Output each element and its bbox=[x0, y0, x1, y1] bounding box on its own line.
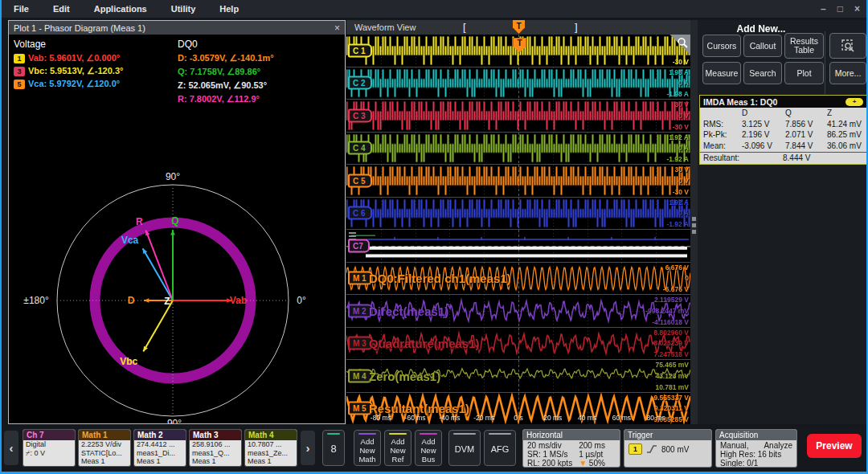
results-table-button[interactable]: Results Table bbox=[784, 33, 824, 59]
add-new-math-button[interactable]: Add New Math bbox=[354, 430, 381, 466]
afg-button[interactable]: AFG bbox=[484, 430, 516, 466]
splitter-handle-icon[interactable] bbox=[692, 217, 696, 234]
badges-scroll-right-button[interactable]: › bbox=[301, 431, 315, 465]
m5-expression-label: Resultant(meas1) bbox=[369, 402, 469, 415]
voltage-header: Voltage bbox=[14, 39, 178, 50]
bottom-settings-bar: ‹ Ch 7 Digital ⌿: 0 V Math 1 2.2253 V/di… bbox=[2, 426, 866, 470]
minimize-icon[interactable]: – bbox=[821, 3, 826, 14]
channel-tag-c4[interactable]: C 4 bbox=[348, 141, 372, 155]
rising-edge-icon bbox=[646, 444, 657, 454]
callout-button[interactable]: Callout bbox=[743, 35, 782, 57]
readout-vca: 5 Vca: 5.9792V, ∠120.0° bbox=[14, 79, 178, 89]
channel-badge-ch7[interactable]: Ch 7 Digital ⌿: 0 V bbox=[23, 429, 76, 467]
svg-text:Z: Z bbox=[164, 296, 170, 307]
svg-text:Q: Q bbox=[171, 215, 178, 227]
waveform-c5 bbox=[346, 165, 690, 197]
svg-text:R: R bbox=[136, 216, 143, 227]
imda-title-bar: IMDA Meas 1: DQ0 + bbox=[700, 96, 866, 108]
channel-badge-math1[interactable]: Math 1 2.2253 V/div STATIC[Lo... Meas 1 bbox=[78, 429, 131, 467]
waveform-view-panel: Waveform View [ ] T C 1 -30 V T C 2 1.98… bbox=[346, 20, 690, 424]
waveform-view-header[interactable]: Waveform View [ ] T bbox=[346, 20, 690, 35]
channel-tag-c3[interactable]: C 3 bbox=[348, 108, 372, 122]
waveform-c7-digital bbox=[346, 230, 690, 262]
zoom-select-button[interactable] bbox=[829, 33, 866, 59]
waveform-row-c1[interactable]: C 1 -30 V T bbox=[346, 35, 690, 67]
phasor-readouts: Voltage 1 Vab: 5.9601V, ∠0.000° 3 Vbc: 5… bbox=[14, 39, 342, 108]
more-button[interactable]: More... bbox=[829, 62, 866, 84]
readout-vab: 1 Vab: 5.9601V, ∠0.000° bbox=[14, 53, 178, 63]
waveform-row-m3[interactable]: M 3 Quadrature(meas1) 8.802960 V 8.02523… bbox=[346, 328, 690, 361]
channel-badge-math4[interactable]: Math 4 10.7807 ... meas1_Ze... Meas 1 bbox=[244, 429, 297, 467]
preview-button[interactable]: Preview bbox=[807, 434, 862, 458]
plot-close-icon[interactable]: × bbox=[334, 22, 340, 34]
plot-title-bar[interactable]: Plot 1 - Phasor Diagram (Meas 1) × bbox=[9, 21, 345, 35]
svg-text:Vab: Vab bbox=[230, 295, 247, 306]
trigger-badge[interactable]: Trigger 1 800 mV bbox=[624, 429, 712, 468]
readout-z: Z: 52.065mV, ∠90.53° bbox=[178, 80, 342, 91]
waveform-row-c3[interactable]: C 3 30 V 0 V -30 V bbox=[346, 100, 690, 133]
panel-splitter[interactable] bbox=[690, 20, 698, 424]
channel-8-button[interactable]: 8 bbox=[322, 430, 345, 466]
svg-text:90°: 90° bbox=[166, 171, 180, 182]
search-button[interactable]: Search bbox=[743, 62, 782, 84]
add-new-ref-button[interactable]: Add New Ref bbox=[384, 430, 411, 466]
m3-expression-label: Quadrature(meas1) bbox=[369, 337, 480, 350]
imda-source-pill[interactable]: + bbox=[845, 98, 863, 106]
menu-file[interactable]: File bbox=[14, 4, 29, 14]
phasor-diagram[interactable]: 90°0°±180°-90°VabVbcVcaRQDZ bbox=[9, 108, 345, 423]
acquisition-badge[interactable]: Acquisition Manual, Analyze High Res: 16… bbox=[715, 429, 797, 468]
add-new-bus-button[interactable]: Add New Bus bbox=[415, 430, 442, 466]
phasor-plot-panel: Plot 1 - Phasor Diagram (Meas 1) × Volta… bbox=[8, 20, 346, 424]
plot-title: Plot 1 - Phasor Diagram (Meas 1) bbox=[14, 23, 145, 33]
channel-tag-c5[interactable]: C 5 bbox=[348, 174, 372, 187]
horizontal-badge[interactable]: Horizontal 20 ms/div SR: 1 MS/s RL: 200 … bbox=[522, 429, 620, 468]
menu-applications[interactable]: Applications bbox=[94, 4, 147, 14]
svg-text:0°: 0° bbox=[297, 295, 306, 306]
channel-badge-math3[interactable]: Math 3 258.9106 ... meas1_Q... Meas 1 bbox=[189, 429, 242, 467]
waveform-row-c7[interactable]: C7 bbox=[346, 230, 690, 263]
svg-text:D: D bbox=[128, 295, 135, 306]
phasor-vector-R bbox=[145, 231, 173, 300]
maximize-icon[interactable]: □ bbox=[837, 3, 843, 14]
menu-help[interactable]: Help bbox=[219, 4, 239, 14]
plot-button[interactable]: Plot bbox=[784, 62, 824, 84]
waveform-row-c4[interactable]: C 4 1.92 A 0 A -1.92 A bbox=[346, 133, 690, 165]
waveform-row-m1[interactable]: M 1 DQ0:Filtered ch1(meas1) 6.676 V 0 -6… bbox=[346, 263, 690, 296]
measure-button[interactable]: Measure bbox=[702, 62, 741, 84]
waveform-row-c6[interactable]: C 6 1.92 A 0 A -1.92 A bbox=[346, 198, 690, 231]
menu-edit[interactable]: Edit bbox=[53, 4, 70, 14]
m1-expression-label: DQ0:Filtered ch1(meas1) bbox=[369, 272, 511, 285]
badges-scroll-left-button[interactable]: ‹ bbox=[4, 431, 18, 465]
close-icon[interactable]: × bbox=[854, 3, 860, 14]
trigger-source-badge: 1 bbox=[628, 443, 642, 455]
expansion-bracket-left[interactable]: [ bbox=[463, 21, 466, 33]
channel-5-badge: 5 bbox=[14, 80, 25, 89]
waveform-row-m4[interactable]: M 4 Zero(meas1) 75.465 mV 43.123 mV 10.7… bbox=[346, 360, 690, 393]
channel-badge-math2[interactable]: Math 2 274.4412 ... meas1_Di... Meas 1 bbox=[133, 429, 186, 467]
expansion-bracket-right[interactable]: ] bbox=[575, 21, 578, 33]
waveform-row-c5[interactable]: C 5 30 V 0 V -30 V bbox=[346, 165, 690, 198]
menu-utility[interactable]: Utility bbox=[171, 4, 196, 14]
imda-results-badge[interactable]: IMDA Meas 1: DQ0 + D Q Z RMS: 3.125 V 7.… bbox=[699, 95, 867, 165]
imda-table: D Q Z RMS: 3.125 V 7.856 V 41.24 mV Pk-P… bbox=[700, 108, 866, 152]
channel-tag-c1[interactable]: C 1 bbox=[348, 43, 372, 57]
waveform-row-m5[interactable]: M 5 Resultant(meas1) 9.555337 V 9.320311… bbox=[346, 393, 690, 425]
waveform-rows: C 1 -30 V T C 2 1.98 A 0 A -1.98 A C 3 3… bbox=[346, 35, 690, 424]
scope-application-window: File Edit Applications Utility Help – □ … bbox=[0, 0, 868, 474]
trigger-position-marker[interactable]: T bbox=[513, 20, 525, 34]
svg-text:Vbc: Vbc bbox=[120, 356, 137, 367]
cursors-button[interactable]: Cursors bbox=[702, 35, 741, 57]
phasor-vector-Vbc bbox=[143, 300, 173, 352]
phasor-vector-Vca bbox=[143, 248, 173, 300]
waveform-row-c2[interactable]: C 2 1.98 A 0 A -1.98 A bbox=[346, 67, 690, 100]
channel-tag-c6[interactable]: C 6 bbox=[348, 206, 372, 220]
waveform-row-m2[interactable]: M 2 Direct(meas1) 2.119529 V -998.2447 m… bbox=[346, 295, 690, 328]
channel-tag-c2[interactable]: C 2 bbox=[348, 76, 372, 90]
svg-text:Vca: Vca bbox=[121, 235, 139, 246]
voltage-readout-column: Voltage 1 Vab: 5.9601V, ∠0.000° 3 Vbc: 5… bbox=[14, 39, 178, 108]
dvm-button[interactable]: DVM bbox=[448, 430, 481, 466]
m4-expression-label: Zero(meas1) bbox=[369, 369, 440, 382]
channel-tag-c7[interactable]: C7 bbox=[348, 239, 370, 252]
channel-1-badge: 1 bbox=[14, 54, 25, 63]
readout-q: Q: 7.1758V, ∠89.86° bbox=[178, 67, 342, 77]
